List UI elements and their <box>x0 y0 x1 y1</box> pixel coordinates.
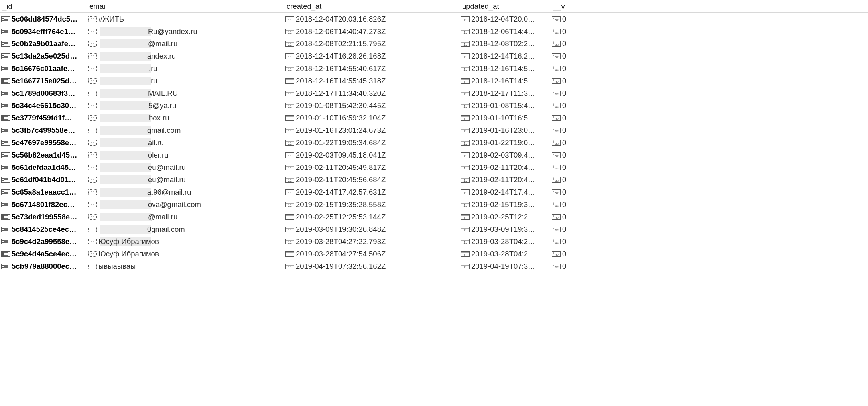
table-row[interactable]: 5c9c4d2a99558e…Юсуф Ибрагимов2019-03-28T… <box>0 235 868 248</box>
table-row[interactable]: 5c73ded199558e…@mail.ru2019-02-25T12:25:… <box>0 211 868 223</box>
cell-created-at[interactable]: 2018-12-16T14:55:45.318Z <box>284 77 460 85</box>
cell-email[interactable]: oler.ru <box>87 151 284 160</box>
table-row[interactable]: 5c13da2a5e025d…andex.ru2018-12-14T16:28:… <box>0 50 868 62</box>
cell-email[interactable]: @mail.ru <box>87 39 284 48</box>
cell-v[interactable]: 0 <box>551 52 606 61</box>
cell-email[interactable]: andex.ru <box>87 52 284 61</box>
cell-created-at[interactable]: 2019-03-28T04:27:54.506Z <box>284 250 460 258</box>
cell-updated-at[interactable]: 2019-02-11T20:4… <box>460 175 551 184</box>
cell-v[interactable]: 0 <box>551 114 606 122</box>
cell-updated-at[interactable]: 2018-12-16T14:5… <box>460 64 551 73</box>
cell-v[interactable]: 0 <box>551 250 606 258</box>
cell-email[interactable]: eu@mail.ru <box>87 163 284 172</box>
cell-updated-at[interactable]: 2018-12-04T20:0… <box>460 15 551 24</box>
cell-id[interactable]: 5c1667715e025d… <box>0 77 87 85</box>
cell-email[interactable]: MAIL.RU <box>87 89 284 98</box>
cell-email[interactable]: box.ru <box>87 114 284 122</box>
cell-email[interactable]: ывыаываы <box>87 262 284 271</box>
cell-email[interactable]: Ru@yandex.ru <box>87 27 284 36</box>
cell-created-at[interactable]: 2019-02-14T17:42:57.631Z <box>284 188 460 197</box>
cell-updated-at[interactable]: 2019-01-22T19:0… <box>460 138 551 147</box>
cell-v[interactable]: 0 <box>551 101 606 110</box>
cell-created-at[interactable]: 2019-02-03T09:45:18.041Z <box>284 151 460 160</box>
cell-created-at[interactable]: 2018-12-16T14:55:40.617Z <box>284 64 460 73</box>
cell-v[interactable]: 0 <box>551 237 606 246</box>
cell-email[interactable]: @mail.ru <box>87 213 284 221</box>
cell-created-at[interactable]: 2019-02-25T12:25:53.144Z <box>284 213 460 221</box>
cell-id[interactable]: 5c06dd84574dc5… <box>0 15 87 24</box>
cell-updated-at[interactable]: 2018-12-08T02:2… <box>460 39 551 48</box>
cell-v[interactable]: 0 <box>551 188 606 197</box>
cell-id[interactable]: 5c13da2a5e025d… <box>0 52 87 61</box>
cell-id[interactable]: 5c34c4e6615c30… <box>0 101 87 110</box>
column-header-v[interactable]: __v <box>551 0 606 12</box>
table-row[interactable]: 5c9c4d4a5ce4ec…Юсуф Ибрагимов2019-03-28T… <box>0 248 868 260</box>
column-header-email[interactable]: email <box>87 0 284 12</box>
cell-v[interactable]: 0 <box>551 39 606 48</box>
cell-updated-at[interactable]: 2019-01-08T15:4… <box>460 101 551 110</box>
table-row[interactable]: 5c06dd84574dc5…#ЖИТЬ2018-12-04T20:03:16.… <box>0 13 868 25</box>
cell-created-at[interactable]: 2018-12-04T20:03:16.826Z <box>284 15 460 24</box>
cell-v[interactable]: 0 <box>551 126 606 135</box>
table-row[interactable]: 5c3779f459fd1f…box.ru2019-01-10T16:59:32… <box>0 112 868 124</box>
cell-updated-at[interactable]: 2018-12-06T14:4… <box>460 27 551 36</box>
cell-v[interactable]: 0 <box>551 89 606 98</box>
table-row[interactable]: 5c0934efff764e1…Ru@yandex.ru2018-12-06T1… <box>0 25 868 37</box>
column-header-created-at[interactable]: created_at <box>284 0 460 12</box>
table-row[interactable]: 5c65a8a1eaacc1…a.96@mail.ru2019-02-14T17… <box>0 186 868 198</box>
cell-email[interactable]: Юсуф Ибрагимов <box>87 250 284 258</box>
cell-updated-at[interactable]: 2019-03-28T04:2… <box>460 250 551 258</box>
cell-updated-at[interactable]: 2018-12-17T11:3… <box>460 89 551 98</box>
cell-email[interactable]: ail.ru <box>87 138 284 147</box>
cell-email[interactable]: #ЖИТЬ <box>87 15 284 24</box>
cell-id[interactable]: 5c47697e99558e… <box>0 138 87 147</box>
cell-v[interactable]: 0 <box>551 213 606 221</box>
cell-id[interactable]: 5c0b2a9b01aafe… <box>0 39 87 48</box>
cell-v[interactable]: 0 <box>551 225 606 234</box>
cell-id[interactable]: 5c8414525ce4ec… <box>0 225 87 234</box>
cell-updated-at[interactable]: 2018-12-14T16:2… <box>460 52 551 61</box>
cell-id[interactable]: 5c9c4d2a99558e… <box>0 237 87 246</box>
cell-created-at[interactable]: 2018-12-14T16:28:26.168Z <box>284 52 460 61</box>
cell-v[interactable]: 0 <box>551 151 606 160</box>
cell-id[interactable]: 5c0934efff764e1… <box>0 27 87 36</box>
cell-created-at[interactable]: 2019-01-16T23:01:24.673Z <box>284 126 460 135</box>
cell-updated-at[interactable]: 2019-02-11T20:4… <box>460 163 551 172</box>
cell-v[interactable]: 0 <box>551 64 606 73</box>
cell-created-at[interactable]: 2019-02-11T20:45:56.684Z <box>284 175 460 184</box>
cell-id[interactable]: 5c16676c01aafe… <box>0 64 87 73</box>
cell-id[interactable]: 5c65a8a1eaacc1… <box>0 188 87 197</box>
cell-email[interactable]: .ru <box>87 77 284 85</box>
cell-id[interactable]: 5c6714801f82ec… <box>0 200 87 209</box>
cell-email[interactable]: a.96@mail.ru <box>87 188 284 197</box>
table-row[interactable]: 5c61df041b4d01…eu@mail.ru2019-02-11T20:4… <box>0 173 868 186</box>
cell-created-at[interactable]: 2019-01-22T19:05:34.684Z <box>284 138 460 147</box>
cell-v[interactable]: 0 <box>551 262 606 271</box>
cell-email[interactable]: .ru <box>87 64 284 73</box>
cell-updated-at[interactable]: 2019-03-28T04:2… <box>460 237 551 246</box>
cell-created-at[interactable]: 2018-12-17T11:34:40.320Z <box>284 89 460 98</box>
cell-updated-at[interactable]: 2019-04-19T07:3… <box>460 262 551 271</box>
cell-v[interactable]: 0 <box>551 175 606 184</box>
cell-v[interactable]: 0 <box>551 163 606 172</box>
cell-id[interactable]: 5c1789d00683f3… <box>0 89 87 98</box>
table-row[interactable]: 5c16676c01aafe….ru2018-12-16T14:55:40.61… <box>0 62 868 75</box>
table-row[interactable]: 5c8414525ce4ec…0gmail.com2019-03-09T19:3… <box>0 223 868 235</box>
table-row[interactable]: 5c1789d00683f3…MAIL.RU2018-12-17T11:34:4… <box>0 87 868 99</box>
cell-created-at[interactable]: 2019-03-09T19:30:26.848Z <box>284 225 460 234</box>
cell-created-at[interactable]: 2019-04-19T07:32:56.162Z <box>284 262 460 271</box>
cell-email[interactable]: Юсуф Ибрагимов <box>87 237 284 246</box>
cell-created-at[interactable]: 2019-02-11T20:45:49.817Z <box>284 163 460 172</box>
cell-email[interactable]: ova@gmail.com <box>87 200 284 209</box>
cell-updated-at[interactable]: 2018-12-16T14:5… <box>460 77 551 85</box>
cell-email[interactable]: eu@mail.ru <box>87 175 284 184</box>
cell-email[interactable]: 0gmail.com <box>87 225 284 234</box>
cell-created-at[interactable]: 2019-01-10T16:59:32.104Z <box>284 114 460 122</box>
cell-updated-at[interactable]: 2019-02-03T09:4… <box>460 151 551 160</box>
cell-id[interactable]: 5cb979a88000ec… <box>0 262 87 271</box>
cell-created-at[interactable]: 2019-02-15T19:35:28.558Z <box>284 200 460 209</box>
cell-email[interactable]: 5@ya.ru <box>87 101 284 110</box>
cell-id[interactable]: 5c61defdaa1d45… <box>0 163 87 172</box>
cell-updated-at[interactable]: 2019-01-10T16:5… <box>460 114 551 122</box>
cell-v[interactable]: 0 <box>551 200 606 209</box>
